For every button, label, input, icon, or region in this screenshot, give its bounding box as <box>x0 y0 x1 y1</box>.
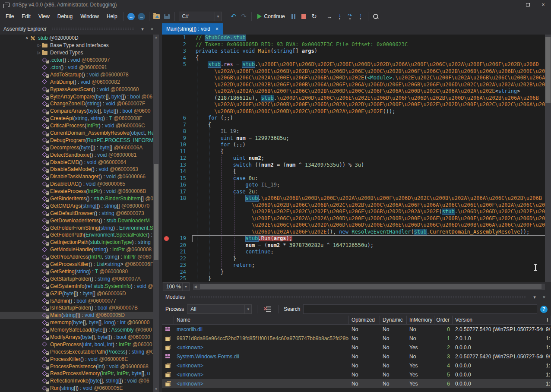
code-line[interactable]: 17 case 2u: <box>162 189 551 196</box>
code-text[interactable]: \u202A\u200F\u202C\u200B\u200E\u206D\u20… <box>192 101 551 108</box>
code-text[interactable]: (2187186611u), stub.\u200D\u200D\u200C\u… <box>192 95 551 102</box>
breakpoint-icon[interactable] <box>164 236 169 241</box>
breakpoint-gutter[interactable] <box>162 168 171 175</box>
tree-item[interactable]: GetCMDArgs(string[]) : string[] @0600007… <box>0 202 153 209</box>
code-text[interactable]: // StubCode.stub <box>192 35 551 41</box>
tree-item[interactable]: IsAdmin() : bool @06000077 <box>0 297 153 304</box>
tree-item[interactable]: CriticalProcess(IntPtr) : void @0600006C <box>0 122 153 130</box>
column-header-inmemory[interactable]: InMemory <box>407 316 434 324</box>
code-line[interactable]: 19 stub.Run(args); <box>162 235 551 242</box>
code-line[interactable]: 10 for (;;) <box>162 142 551 149</box>
code-text[interactable]: return; <box>192 262 551 269</box>
menu-item-edit[interactable]: Edit <box>18 11 35 22</box>
module-row[interactable]: mscorlib.dllNoNoNo02.0.50727.5420 (Win7S… <box>162 325 551 334</box>
module-row[interactable]: <unknown>NoNoYes20.0.0.01: <box>162 343 551 352</box>
code-line[interactable]: 6 for (;;) <box>162 115 551 122</box>
tree-item[interactable]: GetFolderFromString(string) : Environmen… <box>0 224 153 231</box>
breakpoint-gutter[interactable] <box>162 229 171 236</box>
code-text[interactable]: { <box>192 55 551 62</box>
tree-vertical-scrollbar[interactable]: ▲ ▼ <box>153 35 159 392</box>
tab-main-method[interactable]: Main(string[]) : void × <box>162 23 223 35</box>
code-line[interactable]: 13 switch ((num2 = (num ^ 1342097535u)) … <box>162 162 551 169</box>
tree-item[interactable]: ByteArrayCompare(byte[], byte[]) : bool … <box>0 93 153 100</box>
code-text[interactable]: \u200E\u206C\u202A\u202A\u200D\u200F\u20… <box>192 215 551 222</box>
code-line[interactable]: \u202A\u206F\u200E\u206B\u202B\u200D\u20… <box>162 68 551 75</box>
tree-item[interactable]: GetProcAddress(IntPtr, string) : IntPtr … <box>0 253 153 261</box>
column-header-optimized[interactable]: Optimized <box>349 316 380 324</box>
code-line[interactable]: 7 { <box>162 122 551 129</box>
tree-item[interactable]: GetSetting(string) : T @06000080 <box>0 268 153 275</box>
breakpoint-gutter[interactable] <box>162 182 171 189</box>
code-text[interactable]: { <box>192 168 551 175</box>
code-text[interactable]: \u206B\u206B\u200C\u200D\u202C\u200E\u20… <box>192 108 551 115</box>
column-header-version[interactable]: Version <box>453 316 543 324</box>
code-text[interactable]: \u206D\u202A\u206F\u202E(), new ResolveE… <box>192 229 551 236</box>
redo-button[interactable]: ↷ <box>239 11 249 22</box>
tree-item[interactable]: ReflectionInvoke(byte[], string[]) : voi… <box>0 377 153 385</box>
restart-button[interactable]: ↻ <box>309 11 320 22</box>
save-all-button[interactable] <box>162 11 172 22</box>
code-editor[interactable]: 1// StubCode.stub2// Token: 0x0600005D R… <box>162 35 551 282</box>
breakpoint-gutter[interactable] <box>162 135 171 142</box>
open-file-button[interactable] <box>152 11 162 22</box>
tree-item[interactable]: ProcessExecutablePath(Process) : string … <box>0 348 153 355</box>
breakpoint-gutter[interactable] <box>162 35 171 41</box>
pause-button[interactable] <box>288 11 299 22</box>
breakpoint-gutter[interactable] <box>162 155 171 162</box>
code-text[interactable]: case 2u: <box>192 189 551 196</box>
code-text[interactable]: // Token: 0x0600005D RID: 93 RVA: 0x0000… <box>192 41 551 48</box>
code-line[interactable]: \u200E\u206C\u202A\u202A\u200D\u200F\u20… <box>162 215 551 222</box>
column-header-order[interactable]: Order <box>434 316 453 324</box>
code-text[interactable]: \u206D\u202B\u206C\u206B\u202C\u202B\u20… <box>192 202 551 209</box>
undo-button[interactable]: ↶ <box>228 11 239 22</box>
code-text[interactable]: \u202A\u202A\u206B\u200F\u206C\u202B\u20… <box>192 88 551 95</box>
code-line[interactable]: \u206B\u206B\u200C\u200D\u202C\u200E\u20… <box>162 108 551 115</box>
code-text[interactable]: switch ((num2 = (num ^ 1342097535u)) % 3… <box>192 162 551 169</box>
code-line[interactable]: \u206D\u202A\u206F\u202E(), new ResolveE… <box>162 229 551 236</box>
tree-item[interactable]: GetDownloaderItems() : stub.DownloaderM <box>0 217 153 224</box>
tree-item[interactable]: GetInjectionPath(stub.InjectionType) : s… <box>0 239 153 246</box>
code-line[interactable]: \u202D\u206C\u202B\u206F\u200B\u206A\u20… <box>162 82 551 89</box>
code-text[interactable]: { <box>192 122 551 129</box>
tree-item[interactable]: AddToStartup() : void @06000078 <box>0 71 153 78</box>
code-line[interactable]: (2187186611u), stub.\u200D\u200D\u200C\u… <box>162 95 551 102</box>
step-over-button[interactable]: ↷ <box>345 11 355 22</box>
scrollbar-thumb[interactable] <box>545 37 551 103</box>
tree-item[interactable]: ▷Base Type and Interfaces <box>0 42 153 49</box>
code-text[interactable]: \u202A\u206F\u200E\u206B\u202B\u200D\u20… <box>192 68 551 75</box>
breakpoint-gutter[interactable] <box>162 162 171 169</box>
breakpoint-gutter[interactable] <box>162 55 171 62</box>
tree-item[interactable]: ModifyArrays(byte[], byte[]) : bool @060… <box>0 334 153 341</box>
breakpoint-gutter[interactable] <box>162 189 171 196</box>
breakpoint-gutter[interactable] <box>162 75 171 82</box>
minimize-button[interactable] <box>504 0 520 9</box>
editor-horizontal-scrollbar[interactable]: ◀ <box>193 284 545 290</box>
code-line[interactable]: \u202A\u202A\u206B\u200F\u206C\u202B\u20… <box>162 88 551 95</box>
tree-item[interactable]: ▷Derived Types <box>0 49 153 57</box>
tree-item[interactable]: DetectSandboxie() : void @06000081 <box>0 151 153 158</box>
tree-item[interactable]: GetProcessKiller() : List<string> @06000… <box>0 261 153 268</box>
breakpoint-gutter[interactable] <box>162 48 171 55</box>
column-header-name[interactable]: Name <box>174 316 349 324</box>
breakpoint-gutter[interactable] <box>162 149 171 155</box>
module-row[interactable]: System.Windows.Forms.dllNoNoNo32.0.50727… <box>162 352 551 361</box>
module-row[interactable]: <unknown>NoNoYes60.0.0.01: <box>162 379 551 388</box>
tree-item[interactable]: CreateApi(string, string) : T @0600008F <box>0 115 153 122</box>
tree-item[interactable]: Run(string[]) : void @0600005E <box>0 385 153 392</box>
menu-item-window[interactable]: Window <box>76 11 103 22</box>
tree-item[interactable]: GetBinderItems() : stub.BinderStubItem[]… <box>0 195 153 202</box>
expander-icon[interactable]: ▷ <box>36 43 42 47</box>
code-text[interactable]: stub.res = stub.\u200E\u200F\u206D\u202E… <box>192 61 551 68</box>
breakpoint-gutter[interactable] <box>162 61 171 68</box>
code-text[interactable]: num = (num2 * 3978730282u ^ 1647126550u)… <box>192 242 551 249</box>
code-text[interactable]: stub.\u206B\u206B\u200B\u200E\u202A\u200… <box>192 195 551 202</box>
breakpoint-gutter[interactable] <box>162 256 171 262</box>
help-button[interactable]: ? <box>540 306 548 313</box>
tree-item[interactable]: ChangeZoneID(string) : void @0600007F <box>0 100 153 107</box>
code-line[interactable]: 1// StubCode.stub <box>162 35 551 41</box>
breakpoint-gutter[interactable] <box>162 41 171 48</box>
column-header-dynamic[interactable]: Dynamic <box>380 316 407 324</box>
zoom-level-selector[interactable]: 100 % ▾ <box>163 282 190 291</box>
step-into-button[interactable]: ↓ <box>335 11 345 22</box>
code-line[interactable]: 24 } <box>162 269 551 276</box>
